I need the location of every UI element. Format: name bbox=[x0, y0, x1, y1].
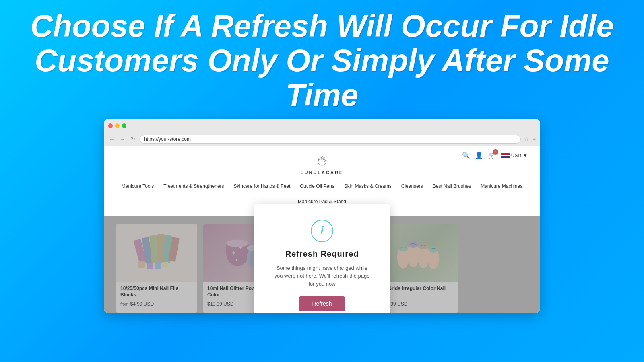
modal-info-icon: i bbox=[311, 220, 333, 242]
svg-point-1 bbox=[318, 159, 326, 165]
headline-line1: Choose If A Refresh Will Occur For Idle bbox=[16, 9, 628, 43]
back-button[interactable]: ← bbox=[108, 136, 116, 142]
search-icon[interactable]: 🔍 bbox=[462, 152, 470, 159]
browser-titlebar bbox=[104, 119, 540, 132]
cart-icon[interactable]: 🛒 2 bbox=[488, 152, 496, 159]
modal-overlay: i Refresh Required Some things might hav… bbox=[104, 216, 540, 313]
minimize-dot[interactable] bbox=[115, 123, 120, 128]
modal-body: Some things might have changed while you… bbox=[274, 264, 370, 288]
currency-selector[interactable]: USD ▼ bbox=[501, 153, 528, 158]
currency-chevron: ▼ bbox=[523, 153, 528, 158]
modal-title: Refresh Required bbox=[274, 249, 370, 259]
nav-item-best-nail-brushes[interactable]: Best Nail Brushes bbox=[433, 183, 471, 189]
browser-refresh-button[interactable]: ↻ bbox=[129, 136, 136, 142]
browser-window: ← → ↻ https://your-store.com ☆ ≡ bbox=[104, 119, 540, 313]
menu-icon[interactable]: ≡ bbox=[533, 136, 536, 142]
svg-point-0 bbox=[314, 152, 330, 169]
nav-item-treatments[interactable]: Treatments & Strengtheners bbox=[163, 183, 224, 189]
url-text: https://your-store.com bbox=[144, 136, 191, 142]
products-area: 10/25/50pcs Mini Nail File Blocks from $… bbox=[104, 216, 540, 313]
logo-text: LUNULACARE bbox=[301, 170, 343, 175]
close-dot[interactable] bbox=[108, 123, 113, 128]
account-icon[interactable]: 👤 bbox=[475, 152, 483, 159]
nav-item-cleansers[interactable]: Cleansers bbox=[401, 183, 423, 189]
nav-row-1: Manicure Tools Treatments & Strengthener… bbox=[112, 183, 532, 204]
store-logo: LUNULACARE bbox=[301, 152, 343, 175]
maximize-dot[interactable] bbox=[122, 123, 126, 128]
currency-text: USD bbox=[511, 153, 521, 158]
url-bar[interactable]: https://your-store.com bbox=[140, 135, 521, 144]
store-icons: 🔍 👤 🛒 2 USD ▼ bbox=[462, 152, 528, 159]
nav-item-skin-masks[interactable]: Skin Masks & Creams bbox=[344, 183, 392, 189]
store-top-bar: LUNULACARE 🔍 👤 🛒 2 USD ▼ bbox=[112, 152, 532, 179]
refresh-button[interactable]: Refresh bbox=[299, 296, 345, 311]
nav-item-skincare[interactable]: Skincare for Hands & Feet bbox=[234, 183, 291, 189]
bookmark-icon[interactable]: ☆ bbox=[524, 136, 529, 142]
cart-badge: 2 bbox=[493, 149, 498, 155]
forward-button[interactable]: → bbox=[119, 136, 126, 142]
headline-line2: Customers Only Or Simply After Some Time bbox=[16, 43, 628, 113]
browser-toolbar: ← → ↻ https://your-store.com ☆ ≡ bbox=[104, 132, 540, 146]
flag-icon bbox=[501, 153, 510, 158]
nav-item-manicure-machines[interactable]: Manicure Machines bbox=[481, 183, 522, 189]
headline: Choose If A Refresh Will Occur For Idle … bbox=[0, 0, 644, 119]
store-content: LUNULACARE 🔍 👤 🛒 2 USD ▼ bbox=[104, 146, 540, 313]
refresh-modal: i Refresh Required Some things might hav… bbox=[254, 204, 390, 313]
nav-item-manicure-tools[interactable]: Manicure Tools bbox=[122, 183, 154, 189]
logo-icon bbox=[313, 152, 331, 169]
nav-item-cuticle-oil[interactable]: Cuticle Oil Pens bbox=[300, 183, 334, 189]
